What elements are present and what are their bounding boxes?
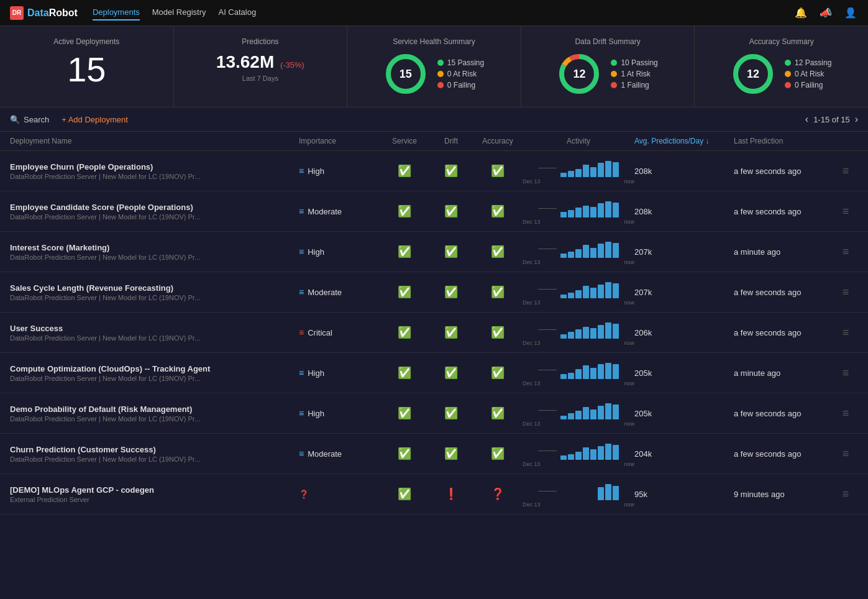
service-health-failing: 0 Failing [437, 81, 484, 89]
table-row[interactable]: Demo Probability of Default (Risk Manage… [0, 393, 868, 434]
activity-bar [560, 212, 567, 217]
chart-labels: Dec 13 now [523, 259, 634, 265]
status-ok-icon: ✅ [398, 326, 411, 339]
col-header-drift: Drift [429, 137, 473, 145]
activity-bar [598, 487, 604, 500]
deployment-sub: DataRobot Prediction Server | New Model … [10, 254, 221, 261]
status-ok-icon: ✅ [444, 407, 458, 419]
accuracy-col: ✅ [473, 204, 523, 218]
deployment-name: Employee Candidate Score (People Operati… [10, 203, 299, 212]
table-row[interactable]: Interest Score (Marketing) DataRobot Pre… [0, 232, 868, 272]
drift-failing-dot [611, 82, 617, 88]
row-menu-button[interactable]: ≡ [833, 367, 858, 380]
deployment-name: Demo Probability of Default (Risk Manage… [10, 405, 299, 414]
nav-link-model-registry[interactable]: Model Registry [152, 5, 206, 21]
status-ok-icon: ✅ [398, 407, 411, 419]
row-menu-button[interactable]: ≡ [833, 286, 858, 299]
accuracy-col: ✅ [473, 326, 523, 339]
notification-icon[interactable]: 🔔 [793, 6, 808, 21]
pagination-label: 1-15 of 15 [813, 115, 850, 124]
activity-bar [613, 243, 619, 258]
importance-unknown: ❓ [299, 490, 309, 499]
acc-failing-dot [785, 82, 791, 88]
prev-page-button[interactable]: ‹ [805, 114, 808, 125]
chart-label-end: now [624, 421, 634, 427]
accuracy-col: ✅ [473, 366, 523, 380]
activity-bar [590, 449, 596, 460]
table-row[interactable]: Employee Churn (People Operations) DataR… [0, 151, 868, 191]
search-button[interactable]: 🔍 Search [10, 115, 49, 124]
deployment-sub: DataRobot Prediction Server | New Model … [10, 294, 221, 301]
drift-col: ✅ [429, 406, 473, 420]
user-avatar-icon[interactable]: 👤 [843, 6, 858, 21]
chart-labels: Dec 13 now [523, 380, 634, 386]
predictions-title: Predictions [186, 37, 335, 46]
table-row[interactable]: Sales Cycle Length (Revenue Forecasting)… [0, 272, 868, 313]
activity-bar [575, 411, 582, 419]
at-risk-dot [437, 71, 444, 77]
accuracy-col: ✅ [473, 406, 523, 420]
chart-label-start: Dec 13 [523, 501, 541, 508]
activity-bar [583, 245, 589, 258]
importance-col: ≡ High [299, 408, 380, 418]
row-menu-button[interactable]: ≡ [833, 407, 858, 420]
active-deployments-card: Active Deployments 15 [0, 26, 174, 107]
next-page-button[interactable]: › [855, 114, 858, 125]
service-health-legend: 15 Passing 0 At Risk 0 Failing [437, 58, 484, 89]
deployment-name-cell: Interest Score (Marketing) DataRobot Pre… [10, 243, 299, 261]
accuracy-failing: 0 Failing [785, 81, 831, 89]
activity-bar [598, 203, 604, 217]
activity-bar [613, 203, 619, 217]
col-header-activity: Activity [523, 137, 634, 145]
table-row[interactable]: Employee Candidate Score (People Operati… [0, 191, 868, 232]
activity-bar [590, 288, 596, 298]
accuracy-donut-card: 12 12 Passing 0 At Risk 0 Failing [707, 52, 856, 96]
row-menu-button[interactable]: ≡ [833, 488, 858, 501]
row-menu-button[interactable]: ≡ [833, 447, 858, 460]
chart-label-end: now [624, 219, 634, 225]
importance-cell: ≡ Moderate [299, 449, 380, 459]
row-menu-button[interactable]: ≡ [833, 205, 858, 218]
status-ok-icon: ✅ [491, 245, 505, 258]
activity-bar [590, 167, 596, 177]
deployment-name: [DEMO] MLOps Agent GCP - codegen [10, 485, 299, 495]
col-header-deployment: Deployment Name [10, 137, 299, 145]
activity-bar [613, 324, 619, 339]
nav-icons: 🔔 📣 👤 [793, 6, 858, 21]
megaphone-icon[interactable]: 📣 [818, 6, 833, 21]
nav-link-ai-catalog[interactable]: AI Catalog [218, 5, 256, 21]
failing-dot [437, 82, 444, 88]
row-menu-button[interactable]: ≡ [833, 326, 858, 339]
service-health-passing: 15 Passing [437, 58, 484, 67]
row-menu-button[interactable]: ≡ [833, 165, 858, 178]
chart-label-start: Dec 13 [523, 421, 541, 427]
service-col: ✅ [380, 447, 429, 460]
chart-label-end: now [624, 259, 634, 265]
add-deployment-button[interactable]: + Add Deployment [62, 115, 128, 124]
table-row[interactable]: User Success DataRobot Prediction Server… [0, 313, 868, 353]
col-header-avg-pred[interactable]: Avg. Predictions/Day ↓ [634, 137, 734, 145]
service-col: ✅ [380, 326, 429, 339]
table-row[interactable]: Churn Prediction (Customer Success) Data… [0, 434, 868, 474]
datarobot-logo-icon: DR [10, 6, 24, 20]
nav-link-deployments[interactable]: Deployments [93, 5, 140, 21]
nav-logo[interactable]: DR DataRobot [10, 6, 78, 20]
activity-bar [583, 407, 589, 419]
chart-label-start: Dec 13 [523, 380, 541, 386]
importance-col: ≡ High [299, 166, 380, 176]
table-row[interactable]: [DEMO] MLOps Agent GCP - codegen Externa… [0, 474, 868, 514]
chart-label-end: now [624, 340, 634, 346]
accuracy-donut: 12 [731, 52, 775, 96]
predictions-period: Last 7 Days [186, 75, 335, 82]
importance-col: ≡ High [299, 247, 380, 257]
deployment-name-cell: Demo Probability of Default (Risk Manage… [10, 405, 299, 423]
deployment-name-cell: Employee Churn (People Operations) DataR… [10, 162, 299, 180]
importance-icon: ≡ [299, 206, 304, 216]
deployment-sub: DataRobot Prediction Server | New Model … [10, 375, 221, 382]
activity-bar [560, 455, 567, 460]
row-menu-button[interactable]: ≡ [833, 245, 858, 258]
table-row[interactable]: Compute Optimization (CloudOps) -- Track… [0, 353, 868, 393]
activity-col: Dec 13 now [523, 157, 634, 185]
activity-bar [598, 364, 604, 379]
flat-line [538, 370, 557, 370]
